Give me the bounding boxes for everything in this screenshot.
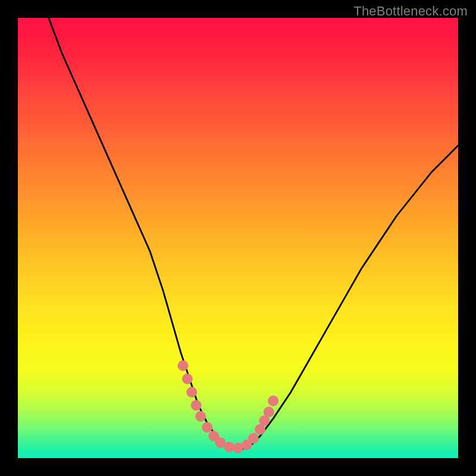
plot-area: [18, 18, 458, 458]
highlight-marker: [248, 433, 258, 443]
highlight-marker: [264, 407, 274, 417]
highlight-marker: [187, 387, 197, 397]
highlight-marker: [202, 422, 212, 433]
bottleneck-curve: [49, 18, 458, 449]
highlight-marker: [178, 361, 188, 371]
highlight-marker: [191, 400, 201, 411]
chart-frame: TheBottleneck.com: [0, 0, 476, 476]
chart-svg: [18, 18, 458, 458]
watermark-text: TheBottleneck.com: [353, 4, 468, 19]
highlight-marker: [268, 396, 278, 406]
highlight-markers: [178, 361, 278, 453]
highlight-marker: [196, 411, 206, 421]
highlight-marker: [182, 374, 192, 384]
